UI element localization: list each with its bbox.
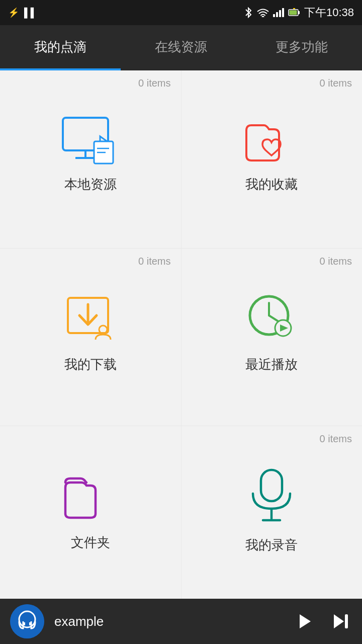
status-time: 下午10:38 [304, 5, 354, 20]
status-left-icons: ⚡ ▌▌ [8, 7, 37, 18]
recent-count: 0 items [320, 256, 352, 267]
usb-icon: ⚡ [8, 7, 19, 18]
player-controls [293, 610, 352, 632]
grid-cell-recordings[interactable]: 0 items 我的录音 [182, 426, 363, 604]
grid-cell-local[interactable]: 0 items 本地资源 [0, 70, 181, 248]
svg-point-0 [262, 17, 263, 18]
svg-rect-3 [279, 10, 281, 17]
svg-rect-4 [282, 8, 284, 17]
tab-bar: 我的点滴 在线资源 更多功能 [0, 25, 362, 70]
svg-marker-29 [334, 614, 344, 628]
monitor-icon [58, 115, 123, 166]
downloads-content: 我的下载 [0, 249, 181, 426]
battery-icon [288, 8, 300, 17]
bluetooth-icon [244, 7, 253, 18]
next-button[interactable] [330, 610, 352, 632]
main-grid: 0 items 本地资源 0 items [0, 70, 362, 604]
svg-rect-2 [276, 12, 278, 17]
recent-content: 最近播放 [182, 249, 363, 426]
recent-label: 最近播放 [245, 356, 298, 373]
folder-heart-icon [241, 115, 302, 166]
status-bar: ⚡ ▌▌ [0, 0, 362, 25]
recordings-label: 我的录音 [245, 536, 298, 554]
downloads-label: 我的下载 [64, 356, 117, 373]
recordings-count: 0 items [320, 433, 352, 445]
grid-cell-favorites[interactable]: 0 items 我的收藏 [182, 70, 363, 248]
wifi-icon [257, 8, 269, 17]
signal-icon [273, 8, 284, 17]
grid-cell-recent[interactable]: 0 items 最近播放 [182, 249, 363, 426]
grid-cell-folders[interactable]: 文件夹 [0, 426, 181, 604]
tab-my[interactable]: 我的点滴 [0, 25, 121, 70]
folders-content: 文件夹 [0, 426, 181, 604]
grid-cell-downloads[interactable]: 0 items 我的下载 [0, 249, 181, 426]
svg-rect-23 [261, 470, 282, 501]
folders-label: 文件夹 [71, 534, 110, 551]
player-title: example [54, 614, 293, 629]
status-right-icons: 下午10:38 [244, 5, 354, 20]
downloads-count: 0 items [138, 256, 170, 267]
clock-play-icon [241, 290, 302, 346]
svg-rect-30 [345, 614, 348, 628]
tab-online[interactable]: 在线资源 [121, 25, 241, 70]
svg-line-20 [269, 315, 279, 321]
svg-marker-28 [300, 614, 311, 628]
player-avatar [10, 604, 44, 638]
svg-rect-7 [289, 11, 297, 15]
local-label: 本地资源 [64, 176, 117, 193]
download-icon [60, 290, 121, 346]
local-count: 0 items [138, 77, 170, 89]
svg-point-26 [10, 604, 44, 638]
favorites-count: 0 items [320, 77, 352, 89]
play-button[interactable] [293, 610, 315, 632]
svg-rect-6 [298, 11, 300, 14]
favorites-content: 我的收藏 [182, 70, 363, 248]
favorites-label: 我的收藏 [245, 176, 298, 193]
player-bar: example [0, 599, 362, 644]
recordings-content: 我的录音 [182, 426, 363, 604]
local-content: 本地资源 [0, 70, 181, 248]
tab-more[interactable]: 更多功能 [241, 25, 362, 70]
barcode-icon: ▌▌ [24, 8, 37, 18]
microphone-icon [244, 466, 299, 526]
svg-rect-1 [273, 14, 275, 17]
folder-icon [60, 468, 121, 524]
